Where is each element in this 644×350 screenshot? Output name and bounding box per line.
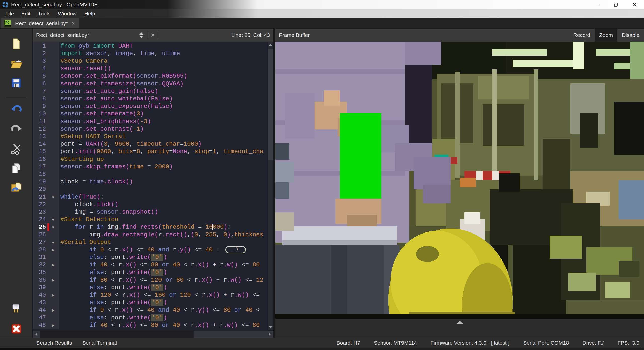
code-line-39[interactable]: 39 else: port.write('0') — [33, 284, 267, 291]
vertical-scrollbar[interactable] — [267, 42, 273, 330]
detected-rectangle — [340, 113, 381, 199]
fold-marker[interactable]: ▶ — [49, 263, 57, 267]
collapsed-code-pill[interactable]: …) — [225, 246, 246, 253]
save-floppy-icon — [10, 77, 23, 89]
status-firmware-version: Firmware Version: 4.3.0 - [ latest ] — [430, 340, 509, 346]
open-file-selector[interactable]: Rect_detect_serial.py* — [33, 32, 143, 38]
horizontal-scroll-thumb[interactable] — [40, 331, 194, 338]
file-selector-spinner-icon[interactable] — [139, 32, 143, 38]
code-line-15[interactable]: 15port.init(9600, bits=8, parity=None, s… — [33, 148, 267, 155]
pane-divider[interactable] — [273, 29, 275, 338]
code-line-35[interactable]: 35 else: port.write('0') — [33, 269, 267, 276]
code-line-7[interactable]: 7sensor.set_auto_gain(False) — [33, 88, 267, 95]
code-line-12[interactable]: 12sensor.set_contrast(-1) — [33, 125, 267, 133]
tab-rect-detect-serial[interactable]: PC Rect_detect_serial.py* × — [1, 18, 79, 28]
vertical-scroll-thumb[interactable] — [268, 49, 273, 160]
disable-button[interactable]: Disable — [617, 29, 644, 42]
code-line-20[interactable]: 20 — [33, 186, 267, 193]
restore-button[interactable] — [607, 0, 625, 9]
fold-marker[interactable]: ▶ — [49, 308, 57, 313]
code-editor[interactable]: 1from pyb import UART2import sensor, ima… — [33, 42, 267, 330]
horizontal-scrollbar[interactable] — [33, 330, 273, 338]
fold-marker[interactable]: ▼ — [49, 218, 57, 222]
code-line-13[interactable]: 13#Setup UART Serial — [33, 133, 267, 140]
code-line-36[interactable]: 36▶ if 80 < r.x() <= 120 or 80 < r.x() +… — [33, 276, 267, 284]
menu-bar: FileEditToolsWindowHelp — [0, 9, 644, 18]
code-line-19[interactable]: 19clock = time.clock() — [33, 178, 267, 186]
code-line-18[interactable]: 18 — [33, 171, 267, 178]
stop-button[interactable] — [8, 321, 24, 337]
menu-help[interactable]: Help — [80, 10, 99, 18]
code-line-24[interactable]: 24▼#Start Detection — [33, 216, 267, 223]
fold-marker[interactable]: ▶ — [49, 278, 57, 282]
close-button[interactable] — [625, 0, 644, 9]
status-drive: Drive: F:/ — [582, 340, 604, 346]
close-file-icon[interactable]: × — [151, 31, 155, 39]
code-line-4[interactable]: 4sensor.reset() — [33, 65, 267, 72]
frame-buffer-pane: Frame Buffer RecordZoomDisable — [275, 29, 644, 338]
connect-button[interactable] — [8, 301, 24, 317]
code-line-22[interactable]: 22 clock.tick() — [33, 201, 267, 208]
fold-marker[interactable]: ▶ — [49, 293, 57, 297]
code-line-44[interactable]: 44▶ if 0 < r.x() <= 40 and 40 < r.y() <=… — [33, 306, 267, 314]
code-line-21[interactable]: 21▼while(True): — [33, 193, 267, 201]
code-line-25[interactable]: 25▼ for r in img.find_rects(threshold = … — [33, 223, 267, 231]
fold-marker[interactable]: ▶ — [49, 248, 57, 252]
fold-marker[interactable]: ▼ — [49, 225, 57, 229]
code-line-31[interactable]: 31 else: port.write('0') — [33, 254, 267, 261]
code-line-32[interactable]: 32▶ if 40 < r.x() <= 80 or 40 < r.x() + … — [33, 261, 267, 269]
code-line-43[interactable]: 43 else: port.write('0') — [33, 299, 267, 306]
panel-search-results[interactable]: Search Results — [36, 340, 72, 346]
expand-arrow-icon[interactable] — [456, 321, 464, 324]
fold-marker[interactable]: ▼ — [49, 240, 57, 245]
code-line-40[interactable]: 40▶ if 120 < r.x() <= 160 or 120 < r.x()… — [33, 291, 267, 299]
code-line-2[interactable]: 2import sensor, image, time, utime — [33, 50, 267, 57]
code-line-26[interactable]: 26 img.draw_rectangle(r.rect(),(0, 255, … — [33, 231, 267, 239]
scroll-down-icon[interactable] — [268, 324, 273, 330]
code-line-5[interactable]: 5sensor.set_pixformat(sensor.RGB565) — [33, 72, 267, 80]
new-file-button[interactable] — [8, 36, 24, 52]
cut-button[interactable] — [8, 141, 24, 157]
bottom-bar: Search ResultsSerial Terminal Board: H7S… — [0, 338, 644, 348]
code-line-16[interactable]: 16#Starting up — [33, 155, 267, 163]
openmv-ide-window: Rect_detect_serial.py - OpenMV IDE FileE… — [0, 0, 644, 350]
panel-serial-terminal[interactable]: Serial Terminal — [82, 340, 117, 346]
code-line-14[interactable]: 14port = UART(3, 9600, timeout_char=1000… — [33, 140, 267, 148]
code-line-11[interactable]: 11sensor.set_brightness(-3) — [33, 118, 267, 125]
minimize-button[interactable] — [588, 0, 607, 9]
menu-file[interactable]: File — [2, 10, 18, 18]
code-line-8[interactable]: 8sensor.set_auto_whitebal(False) — [33, 95, 267, 103]
menu-edit[interactable]: Edit — [18, 10, 34, 18]
open-file-button[interactable] — [8, 55, 24, 71]
code-line-23[interactable]: 23 img = sensor.snapshot() — [33, 208, 267, 216]
scroll-left-icon[interactable] — [33, 331, 40, 338]
undo-button[interactable] — [8, 101, 24, 118]
code-line-1[interactable]: 1from pyb import UART — [33, 42, 267, 50]
code-line-28[interactable]: 28▶ if 0 < r.x() <= 40 and r.y() <= 40 :… — [33, 246, 267, 254]
window-title: Rect_detect_serial.py - OpenMV IDE — [11, 2, 98, 8]
undo-arrow-icon — [10, 103, 23, 116]
scroll-up-icon[interactable] — [268, 42, 273, 48]
code-line-17[interactable]: 17sensor.skip_frames(time = 2000) — [33, 163, 267, 171]
frame-buffer-title: Frame Buffer — [275, 32, 310, 38]
code-line-6[interactable]: 6sensor.set_framesize(sensor.QQVGA) — [33, 80, 267, 88]
window-controls — [588, 0, 644, 9]
scroll-right-icon[interactable] — [266, 331, 273, 338]
code-line-27[interactable]: 27▼#Serial Output — [33, 239, 267, 246]
paste-button[interactable] — [8, 180, 24, 196]
code-line-48[interactable]: 48▶ if 40 < r.x() <= 80 or 40 < r.x() + … — [33, 322, 267, 329]
fold-marker[interactable]: ▼ — [49, 195, 57, 199]
code-line-9[interactable]: 9sensor.set_auto_exposure(False) — [33, 103, 267, 110]
code-line-10[interactable]: 10sensor.set_framerate(3) — [33, 110, 267, 118]
save-file-button[interactable] — [8, 75, 24, 91]
tab-close-icon[interactable]: × — [71, 20, 75, 26]
record-button[interactable]: Record — [569, 29, 595, 42]
code-line-3[interactable]: 3#Setup Camera — [33, 57, 267, 65]
menu-window[interactable]: Window — [54, 10, 80, 18]
copy-button[interactable] — [8, 160, 24, 176]
zoom-button[interactable]: Zoom — [595, 29, 617, 42]
code-line-47[interactable]: 47 else: port.write('0') — [33, 314, 267, 322]
redo-button[interactable] — [8, 121, 24, 137]
menu-tools[interactable]: Tools — [34, 10, 54, 18]
fold-marker[interactable]: ▶ — [49, 323, 57, 328]
